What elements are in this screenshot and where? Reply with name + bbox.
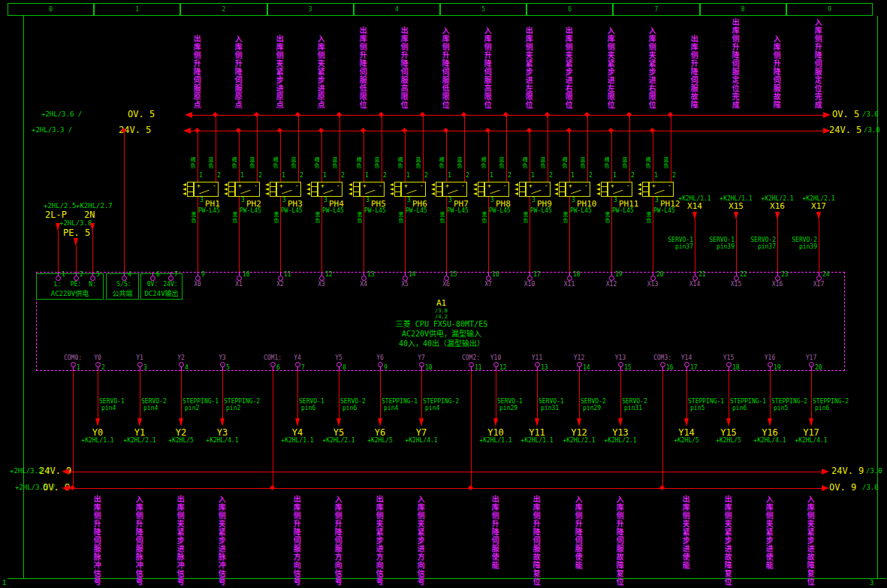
sensor-emitter-line [229, 191, 234, 192]
output-device-label: STEPPING-1 [382, 399, 418, 405]
sensor-terminal-pin: 1 [282, 173, 285, 179]
terminal-pin: 8 [342, 365, 346, 371]
terminal-pin: 20 [815, 365, 822, 371]
terminal-label: X1 [235, 282, 243, 288]
output-device-label: STEPPING-1 [183, 399, 219, 405]
bus-right-ref: /3.0 [866, 468, 882, 475]
sensor-terminal-pin: 2 [631, 173, 635, 179]
sensor-emitter-arrow [514, 192, 518, 195]
ruler-cell: 6 [526, 3, 613, 16]
plc-group-label: DC24V输出 [144, 291, 178, 297]
output-ref: +K2HL/1.1 [281, 438, 313, 444]
wire-color-label: 褐色 [480, 157, 485, 169]
sensor-wire-0v [464, 116, 465, 182]
sensor-terminal-pin: 3 [324, 198, 327, 204]
bus-right-label: 24V. 9 [831, 466, 864, 475]
bus-line-ov9 [66, 488, 825, 489]
bus-left-ref: +2HL/3.6 / [41, 111, 82, 118]
sensor-emitter-arrow [473, 188, 477, 191]
junction-dot [461, 112, 466, 117]
bus-arrow-right [823, 112, 831, 118]
power-wire [92, 231, 93, 272]
terminal-label: Y14 [681, 355, 692, 361]
sensor-emitter-arrow [265, 192, 269, 195]
ruler-cell: 5 [440, 3, 526, 16]
sensor-plus: + [404, 183, 408, 189]
sensor-emitter-line [602, 186, 607, 187]
sensor-wire-24v [405, 131, 406, 182]
bus-right-ref: /3.0 [864, 127, 880, 134]
input-signal-label: 入库侧升降伺服低限位 [441, 26, 448, 109]
sensor-wire-24v [488, 131, 489, 182]
terminal-pin: 20 [656, 272, 664, 278]
output-signal-label: 入库侧夹紧步进脉冲信号 [217, 495, 225, 586]
terminal-pin: 10 [243, 272, 250, 278]
terminal-circle [150, 276, 155, 281]
sensor-wire-0v [298, 116, 299, 182]
sensor-emitter-arrow [431, 188, 435, 191]
output-wire [537, 371, 538, 418]
terminal-pin: 18 [573, 272, 581, 278]
terminal-circle [278, 276, 283, 281]
sensor-emitter-arrow [306, 192, 310, 195]
wire-color-label: 黑色 [190, 212, 195, 224]
input-signal-label: 入库侧升降伺服原点 [234, 35, 241, 109]
sensor-emitter-line [643, 186, 648, 187]
terminal-circle [527, 276, 533, 281]
output-device-pin: pin2 [226, 406, 240, 412]
terminal-pin: 7 [301, 365, 305, 371]
terminal-pin: 2 [101, 365, 105, 371]
sensor-emitter-line [395, 191, 400, 192]
output-wire [496, 371, 496, 418]
output-label: Y0 [92, 428, 103, 437]
output-ref: +K2HL/1.1 [81, 438, 113, 444]
sensor-wire-0v [257, 116, 258, 182]
output-device-label: STEPPING-1 [688, 399, 724, 405]
terminal-pin: 10 [425, 365, 433, 371]
output-signal-label: 入库侧夹紧步进方向信号 [416, 495, 424, 586]
output-device-pin: pin31 [541, 406, 559, 412]
ruler-cell: 2 [180, 3, 267, 16]
output-signal-label: 出库侧升降伺服方向信号 [292, 495, 300, 586]
output-wire [729, 371, 729, 418]
wire-color-label: 褐色 [603, 157, 608, 169]
output-ref: +K2HL/1.1 [479, 438, 511, 444]
terminal-label: Y16 [765, 355, 775, 361]
sensor-emitter-arrow [554, 188, 558, 191]
terminal-label: Y7 [418, 355, 425, 361]
output-arrow [295, 418, 300, 427]
sensor-model: PW-L45 [530, 208, 552, 214]
wire-color-label: 黑色 [604, 212, 609, 224]
plc-tag: A1 [436, 299, 446, 307]
sensor-terminal-pin: 1 [654, 173, 658, 179]
sensor-emitter [519, 182, 526, 197]
terminal-label: Y17 [806, 355, 816, 361]
output-wire [579, 371, 580, 418]
terminal-circle [74, 276, 79, 281]
sensor-emitter-line [520, 191, 525, 192]
sensor-terminal-pin: 1 [613, 173, 617, 179]
wire-color-label: 褐色 [438, 157, 443, 169]
terminal-circle [692, 276, 698, 281]
terminal-pin: 15 [624, 365, 632, 371]
terminal-pin: 9 [201, 272, 205, 278]
bus-right-ref: /3.0 [862, 484, 879, 491]
bus-arrow-left [62, 485, 69, 491]
input-device-label: SERVO-2 [750, 237, 776, 243]
output-ref: +K2HL/4.1 [405, 438, 437, 444]
terminal-label: X10 [524, 282, 535, 288]
sensor-plus: + [611, 183, 614, 189]
bus-arrow-right [823, 128, 831, 134]
output-label: Y7 [416, 428, 427, 437]
terminal-label: N: [89, 282, 96, 288]
terminal-pin: 14 [583, 365, 590, 371]
sensor-emitter-line [478, 186, 484, 187]
terminal-pin: 11 [284, 272, 291, 278]
terminal-label: Y6 [376, 355, 384, 361]
terminal-pin: 19 [774, 365, 781, 371]
terminal-circle [195, 276, 201, 281]
sensor-emitter [394, 182, 401, 197]
terminal-pin: 9 [384, 365, 388, 371]
sensor-emitter-arrow [473, 192, 477, 195]
output-device-pin: pin29 [583, 406, 601, 412]
